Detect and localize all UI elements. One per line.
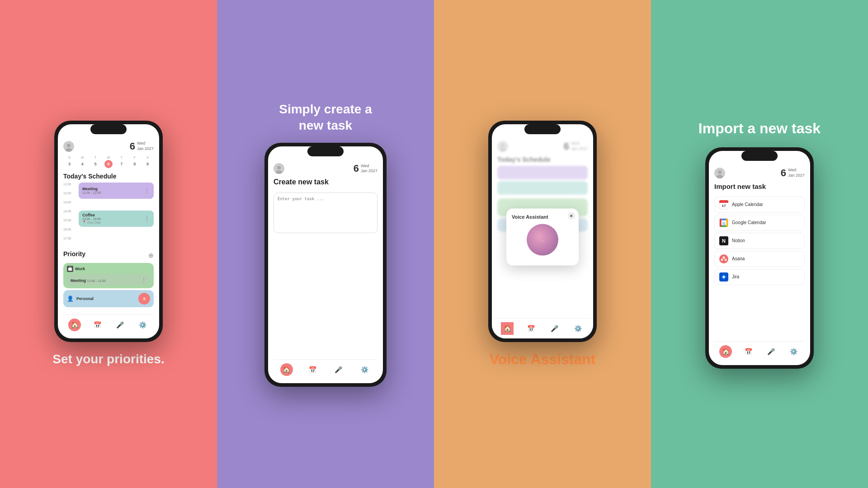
nav-calendar-2[interactable]: 📅: [306, 363, 319, 376]
panel-import: Import a new task 6 Wed Jan 2027 Import …: [651, 0, 868, 488]
import-asana[interactable]: Asana: [714, 251, 805, 267]
priority-header: Priority ⊕: [63, 250, 154, 260]
nav-mic-3[interactable]: 🎤: [548, 322, 561, 335]
phone-header-4: 6 Wed Jan 2027: [714, 167, 805, 179]
phone-notch-2: [307, 146, 344, 156]
schedule-title-1: Today's Schedule: [63, 173, 154, 180]
notion-label: Notion: [732, 238, 745, 243]
priority-meeting-task[interactable]: Meeting 11:00 - 12:30 ⋮: [67, 274, 150, 286]
jira-icon: [719, 272, 728, 282]
priority-group-work: Work Meeting 11:00 - 12:30 ⋮: [63, 263, 154, 288]
panel-4-top-title: Import a new task: [698, 119, 821, 138]
avatar-4: [714, 168, 725, 178]
phone-import: 6 Wed Jan 2027 Import new task 17: [705, 147, 814, 369]
day-m4: M 4: [76, 156, 89, 168]
panel-voice: 6 Wed Jan 2027 Today's Schedule ✕ Voice …: [434, 0, 651, 488]
day-t7: T 7: [115, 156, 127, 168]
date-display-4: 6 Wed Jan 2027: [781, 167, 805, 179]
nav-settings-1[interactable]: ⚙️: [136, 319, 149, 331]
avatar-1: [63, 141, 74, 152]
apple-calendar-label: Apple Calendar: [732, 202, 763, 207]
task-meeting[interactable]: Meeting 11:00 - 12:30 ⋮: [79, 183, 154, 199]
nav-settings-3[interactable]: ⚙️: [571, 322, 584, 335]
panel-priorities: 6 Wed Jan 2027 S 3 M 4 T: [0, 0, 217, 488]
svg-point-1: [66, 148, 72, 152]
day-t5: T 5: [90, 156, 102, 168]
phone-screen-4: 6 Wed Jan 2027 Import new task 17: [709, 151, 810, 365]
phone-header-2: 6 Wed Jan 2027: [274, 163, 377, 174]
import-jira[interactable]: Jira: [714, 269, 805, 285]
nav-calendar-1[interactable]: 📅: [91, 319, 104, 331]
schedule-grid-1: 11:00 12:00 13:00 14:00 15:00 16:00 17:0…: [63, 183, 154, 246]
import-google-calendar[interactable]: 31 Google Calendar: [714, 215, 805, 231]
date-display-2: 6 Wed Jan 2027: [354, 163, 377, 174]
panel-1-title: Set your priorities.: [52, 351, 164, 367]
nav-home-4[interactable]: 🏠: [719, 345, 732, 358]
panel-create-task: Simply create a new task 6 Wed Jan 2027 …: [217, 0, 434, 488]
voice-dots: ...: [541, 237, 544, 242]
svg-text:17: 17: [722, 204, 726, 208]
jira-label: Jira: [732, 274, 739, 279]
import-apple-calendar[interactable]: 17 Apple Calendar: [714, 197, 805, 213]
panel-2-title: Simply create a new task: [279, 101, 372, 134]
voice-overlay: ✕ Voice Assistant ...: [506, 208, 579, 265]
phone-notch-3: [524, 124, 561, 134]
big-date-4: 6: [781, 167, 786, 179]
phone-create: 6 Wed Jan 2027 Create new task 🏠 📅 🎤 ⚙️: [264, 143, 387, 387]
personal-add-button[interactable]: +: [138, 293, 150, 305]
priority-add-icon[interactable]: ⊕: [148, 252, 154, 259]
voice-close-button[interactable]: ✕: [568, 212, 575, 219]
phone-notch-4: [741, 151, 778, 161]
priority-title: Priority: [63, 250, 85, 258]
phone-notch-1: [90, 124, 127, 134]
asana-label: Asana: [732, 256, 745, 261]
phone-screen-1: 6 Wed Jan 2027 S 3 M 4 T: [58, 124, 159, 338]
task-input[interactable]: [274, 192, 377, 233]
day-w6-active: W 6: [103, 156, 115, 168]
nav-home-1[interactable]: 🏠: [68, 319, 81, 331]
personal-label: Personal: [76, 296, 94, 301]
svg-point-8: [718, 170, 722, 174]
bottom-nav-4: 🏠 📅 🎤 ⚙️: [714, 341, 805, 360]
svg-point-0: [67, 144, 71, 147]
personal-icon: 👤: [67, 296, 74, 302]
tasks-column: Meeting 11:00 - 12:30 ⋮ Coffee 14:00 - 1…: [79, 183, 154, 246]
google-calendar-label: Google Calendar: [732, 220, 766, 225]
week-strip-1: S 3 M 4 T 5 W 6: [63, 156, 154, 168]
phone-header-1: 6 Wed Jan 2027: [63, 141, 154, 152]
svg-rect-3: [69, 267, 71, 268]
phone-priorities: 6 Wed Jan 2027 S 3 M 4 T: [54, 121, 163, 342]
nav-home-2[interactable]: 🏠: [280, 363, 293, 376]
nav-calendar-4[interactable]: 📅: [742, 345, 755, 358]
panel-3-title: Voice Assistant: [490, 351, 596, 368]
nav-home-3[interactable]: 🏠: [501, 322, 514, 335]
date-text-1: Wed Jan 2027: [137, 141, 154, 151]
date-text-2: Wed Jan 2027: [361, 164, 377, 174]
create-task-title: Create new task: [274, 178, 377, 186]
phone-voice: 6 Wed Jan 2027 Today's Schedule ✕ Voice …: [488, 121, 597, 342]
big-date-1: 6: [130, 141, 135, 152]
import-notion[interactable]: N Notion: [714, 233, 805, 249]
svg-point-6: [501, 144, 505, 147]
notion-icon: N: [719, 236, 728, 245]
svg-point-21: [721, 258, 723, 261]
time-column: 11:00 12:00 13:00 14:00 15:00 16:00 17:0…: [63, 183, 76, 246]
bottom-nav-3: 🏠 📅 🎤 ⚙️: [492, 318, 593, 338]
date-display-1: 6 Wed Jan 2027: [130, 141, 154, 152]
asana-icon: [719, 254, 728, 263]
svg-point-5: [276, 170, 282, 174]
date-text-4: Wed Jan 2027: [788, 168, 805, 178]
day-s9: S 9: [142, 156, 154, 168]
apple-calendar-icon: 17: [719, 200, 728, 209]
voice-circle: ...: [527, 224, 558, 255]
nav-settings-4[interactable]: ⚙️: [787, 345, 800, 358]
nav-settings-2[interactable]: ⚙️: [358, 363, 371, 376]
screen-content-4: 6 Wed Jan 2027 Import new task 17: [709, 151, 810, 365]
nav-mic-4[interactable]: 🎤: [764, 345, 777, 358]
nav-calendar-3[interactable]: 📅: [524, 322, 537, 335]
big-date-2: 6: [354, 163, 359, 174]
nav-mic-2[interactable]: 🎤: [332, 363, 345, 376]
task-coffee[interactable]: Coffee 14:00 - 16:00 📍 One Cafe ⋮: [79, 211, 154, 227]
phone-screen-3: 6 Wed Jan 2027 Today's Schedule ✕ Voice …: [492, 124, 593, 338]
nav-mic-1[interactable]: 🎤: [113, 319, 126, 331]
